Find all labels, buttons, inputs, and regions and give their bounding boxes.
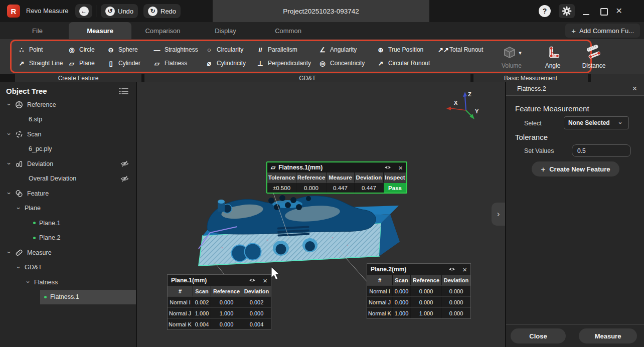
chevron-down-icon[interactable] [6,160,15,167]
tree-item-6pcply[interactable]: 6_pc.ply [0,142,136,157]
tab-common[interactable]: Common [257,22,319,39]
home-button[interactable]: ← [75,4,92,18]
tree-item-6stp[interactable]: 6.stp [0,112,136,127]
tool-parallelism[interactable]: //Parallelism [256,46,318,54]
visibility-off-icon[interactable] [120,160,129,167]
close-icon[interactable]: × [462,266,467,273]
undo-button[interactable]: ↺ Undo [101,4,138,18]
tool-point[interactable]: ∴Point [18,46,68,54]
tool-total-runout[interactable]: ↗↗Total Runout [438,46,481,54]
chevron-down-icon[interactable] [6,130,15,138]
tree-item-plane1[interactable]: Plane.1 [0,216,136,231]
plane1-result-popup[interactable]: Plane.1(mm) × # Scan Reference Deviation… [167,274,271,330]
tree-item-deviation[interactable]: Deviation [0,156,136,171]
gdt-group: —Straightness ○Circularity //Parallelism… [148,43,481,70]
chevron-right-icon: › [497,209,500,219]
eye-icon[interactable] [384,165,391,170]
tool-flatness[interactable]: ▱Flatness [153,60,205,67]
sphere-icon: ⊖ [107,46,115,54]
chevron-down-icon[interactable] [6,249,15,256]
status-dot [33,237,36,239]
tab-display[interactable]: Display [194,22,257,39]
tolerance-value-input[interactable] [572,144,631,157]
tree-filter-icon[interactable] [119,88,129,95]
close-window-button[interactable]: × [616,4,622,17]
tree-item-plane-group[interactable]: Plane [0,201,136,216]
flatness1-result-popup[interactable]: ▱ Flatness.1(mm) × Tolerance Reference M… [266,161,407,194]
tool-straight-line[interactable]: ↗Straight Line [18,60,68,67]
measure-button[interactable]: Measure [579,328,637,343]
tool-circular-runout[interactable]: ↗Circular Runout [377,60,438,67]
tool-concentricity[interactable]: ◎Concentricity [318,60,377,67]
tool-angularity[interactable]: ∠Angularity [318,46,377,54]
chevron-down-icon[interactable] [25,278,34,286]
help-button[interactable]: ? [539,5,551,17]
tool-sphere[interactable]: ⊖Sphere [107,46,150,54]
feature-select-dropdown[interactable]: None Selected [564,116,629,129]
tool-straightness[interactable]: —Straightness [153,46,205,54]
title-bar: Project20251023-093742 R Revo Measure ← … [0,0,644,22]
tool-angle[interactable]: Angle [534,44,571,69]
tree-item-measure[interactable]: Measure [0,245,136,260]
tab-comparison[interactable]: Comparison [131,22,194,39]
chevron-down-icon[interactable] [16,205,25,212]
chevron-down-icon[interactable]: ▾ [519,50,522,56]
eye-icon[interactable] [448,267,455,272]
maximize-button[interactable] [600,8,608,16]
panel-expand-handle[interactable]: › [492,203,505,226]
tab-measure[interactable]: Measure [69,22,131,39]
add-common-function-button[interactable]: + Add Common Fu... [565,24,640,38]
status-dot [33,222,36,224]
redo-button[interactable]: ↻ Redo [143,4,181,18]
create-feature-group: ∴Point ◎Circle ⊖Sphere ↗Straight Line ▱P… [12,43,144,70]
select-label: Select [524,120,542,127]
chevron-down-icon[interactable] [6,190,15,197]
back-arrow-icon: ← [79,7,89,16]
close-icon[interactable]: × [263,277,267,284]
tree-item-overall-deviation[interactable]: Overall Deviation [0,171,136,187]
minimize-button[interactable] [583,6,589,15]
point-icon: ∴ [18,46,26,54]
true-position-icon: ⊕ [377,46,385,54]
tool-distance[interactable]: Distance [575,44,612,69]
eye-icon[interactable] [249,278,256,283]
close-icon[interactable]: × [398,164,403,171]
plane2-result-popup[interactable]: Plane.2(mm) × # Scan Reference Deviation… [367,263,471,319]
panel-footer: Close Measure [506,324,644,347]
deviation-icon [15,160,23,168]
tree-item-gdt-group[interactable]: GD&T [0,260,136,275]
viewport-3d[interactable]: X Z Y ▱ Flatness.1(mm) × Tolerance Refer… [137,82,505,347]
tool-volume[interactable]: ▾ Volume [493,44,530,69]
object-tree-panel: Object Tree Reference 6.stp Scan 6_pc.pl… [0,82,137,347]
panel-title: Flatness.2 [517,85,546,92]
tool-cylinder[interactable]: ▯Cylinder [107,60,150,67]
settings-button[interactable] [559,4,575,18]
tree-item-feature[interactable]: Feature [0,186,136,201]
close-icon[interactable]: × [632,85,637,93]
titlebar-divider [96,5,96,17]
tree-item-scan[interactable]: Scan [0,127,136,142]
measure-icon [15,249,23,257]
tool-true-position[interactable]: ⊕True Position [377,46,438,54]
plane1-popup-title: Plane.1(mm) [171,277,207,284]
volume-icon [502,45,518,61]
tool-circularity[interactable]: ○Circularity [205,46,256,54]
measurement-panel: Flatness.2 × Feature Measurement Select … [505,82,644,347]
visibility-off-icon[interactable] [120,176,129,182]
tool-cylindricity[interactable]: ⌀Cylindricity [205,60,256,67]
close-button[interactable]: Close [511,328,566,343]
chevron-down-icon[interactable] [6,101,15,108]
tool-plane[interactable]: ▱Plane [68,60,107,67]
tab-file[interactable]: File [6,22,69,39]
create-new-feature-button[interactable]: + Create New Feature [532,161,619,177]
tree-item-plane2[interactable]: Plane.2 [0,231,136,246]
tree-item-flatness-group[interactable]: Flatness [0,275,136,290]
scan-icon [15,130,23,138]
tool-perpendicularity[interactable]: ⊥Perpendicularity [256,60,318,67]
total-runout-icon: ↗↗ [438,46,446,54]
tree-item-flatness1-selected[interactable]: Flatness.1 [40,290,136,305]
tool-circle[interactable]: ◎Circle [68,46,107,54]
chevron-down-icon[interactable] [16,264,25,271]
tree-item-reference[interactable]: Reference [0,97,136,112]
mouse-cursor [271,267,279,280]
